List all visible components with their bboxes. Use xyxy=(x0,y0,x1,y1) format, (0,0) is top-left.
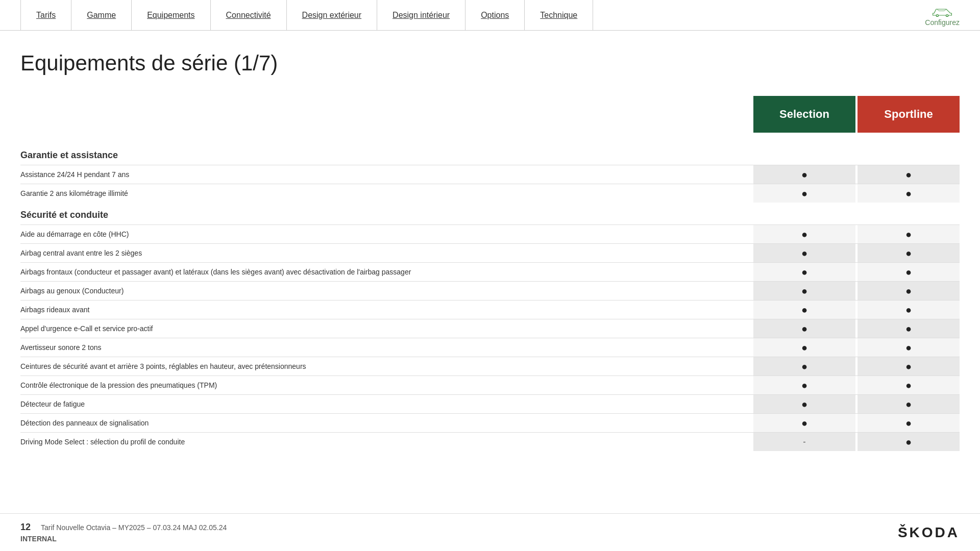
nav-item-design-int[interactable]: Design intérieur xyxy=(377,0,465,31)
table-row: Détection des panneaux de signalisation●… xyxy=(20,413,960,432)
selection-cell: ● xyxy=(753,225,855,243)
dot-icon: ● xyxy=(801,188,807,199)
equipment-table: Garantie et assistanceAssistance 24/24 H… xyxy=(20,143,960,451)
dot-icon: ● xyxy=(801,247,807,259)
footer-left: 12 Tarif Nouvelle Octavia – MY2025 – 07.… xyxy=(20,522,227,543)
table-row: Assistance 24/24 H pendant 7 ans●● xyxy=(20,165,960,184)
table-row: Aide au démarrage en côte (HHC)●● xyxy=(20,224,960,243)
page-footer: 12 Tarif Nouvelle Octavia – MY2025 – 07.… xyxy=(0,513,980,551)
equipment-name: Assistance 24/24 H pendant 7 ans xyxy=(20,167,751,182)
configurez-label: Configurez xyxy=(925,18,960,27)
dot-icon: ● xyxy=(905,266,912,278)
sportline-cell: ● xyxy=(857,357,960,375)
selection-cell: ● xyxy=(753,184,855,203)
selection-cell: ● xyxy=(753,376,855,394)
dot-icon: ● xyxy=(801,304,807,316)
sportline-cell: ● xyxy=(857,263,960,281)
section-header: Sécurité et conduite xyxy=(20,203,960,224)
car-icon xyxy=(932,4,952,18)
nav-item-equipements[interactable]: Equipements xyxy=(132,0,210,31)
svg-point-1 xyxy=(946,14,948,16)
sportline-cell: ● xyxy=(857,338,960,357)
footer-page-number: 12 xyxy=(20,522,31,533)
equipment-name: Contrôle électronique de la pression des… xyxy=(20,378,751,392)
selection-cell: ● xyxy=(753,300,855,319)
nav-item-tarifs[interactable]: Tarifs xyxy=(20,0,71,31)
equipment-name: Airbags rideaux avant xyxy=(20,303,751,317)
dot-icon: ● xyxy=(801,361,807,372)
selection-cell: ● xyxy=(753,395,855,413)
equipment-name: Avertisseur sonore 2 tons xyxy=(20,340,751,355)
table-row: Airbags frontaux (conducteur et passager… xyxy=(20,262,960,281)
selection-cell: ● xyxy=(753,319,855,338)
section-header: Garantie et assistance xyxy=(20,143,960,165)
selection-cell: ● xyxy=(753,282,855,300)
dot-icon: ● xyxy=(801,380,807,391)
dot-icon: ● xyxy=(801,266,807,278)
sportline-cell: ● xyxy=(857,165,960,184)
dot-icon: ● xyxy=(905,169,912,181)
equipment-name: Ceintures de sécurité avant et arrière 3… xyxy=(20,359,751,373)
selection-cell: ● xyxy=(753,244,855,262)
sportline-cell: ● xyxy=(857,225,960,243)
dot-icon: ● xyxy=(905,436,912,448)
dot-icon: ● xyxy=(905,304,912,316)
sportline-header: Sportline xyxy=(857,96,960,133)
nav-item-design-ext[interactable]: Design extérieur xyxy=(287,0,378,31)
table-row: Airbags rideaux avant●● xyxy=(20,300,960,319)
nav-item-technique[interactable]: Technique xyxy=(525,0,593,31)
dash-icon: - xyxy=(803,437,805,446)
equipment-name: Aide au démarrage en côte (HHC) xyxy=(20,227,751,241)
selection-cell: ● xyxy=(753,165,855,184)
column-headers: Selection Sportline xyxy=(20,96,960,133)
sportline-cell: ● xyxy=(857,376,960,394)
svg-point-0 xyxy=(937,14,939,16)
dot-icon: ● xyxy=(801,398,807,410)
dot-icon: ● xyxy=(905,323,912,335)
dot-icon: ● xyxy=(905,342,912,354)
top-navigation: TarifsGammeEquipementsConnectivitéDesign… xyxy=(0,0,980,31)
selection-cell: ● xyxy=(753,357,855,375)
selection-header: Selection xyxy=(753,96,855,133)
selection-cell: - xyxy=(753,433,855,451)
dot-icon: ● xyxy=(905,398,912,410)
sportline-cell: ● xyxy=(857,300,960,319)
dot-icon: ● xyxy=(801,323,807,335)
sportline-cell: ● xyxy=(857,282,960,300)
equipment-name: Airbags frontaux (conducteur et passager… xyxy=(20,265,751,279)
footer-page-info: 12 Tarif Nouvelle Octavia – MY2025 – 07.… xyxy=(20,522,227,533)
table-row: Driving Mode Select : sélection du profi… xyxy=(20,432,960,451)
selection-cell: ● xyxy=(753,414,855,432)
equipment-name: Airbags au genoux (Conducteur) xyxy=(20,284,751,298)
dot-icon: ● xyxy=(905,417,912,429)
equipment-name: Airbag central avant entre les 2 sièges xyxy=(20,246,751,260)
selection-cell: ● xyxy=(753,338,855,357)
footer-internal: INTERNAL xyxy=(20,535,227,543)
dot-icon: ● xyxy=(905,380,912,391)
selection-cell: ● xyxy=(753,263,855,281)
dot-icon: ● xyxy=(905,361,912,372)
nav-item-options[interactable]: Options xyxy=(465,0,525,31)
sportline-cell: ● xyxy=(857,184,960,203)
table-row: Garantie 2 ans kilométrage illimité●● xyxy=(20,184,960,203)
table-row: Airbags au genoux (Conducteur)●● xyxy=(20,281,960,300)
nav-items: TarifsGammeEquipementsConnectivitéDesign… xyxy=(20,0,925,31)
table-row: Airbag central avant entre les 2 sièges●… xyxy=(20,243,960,262)
nav-item-gamme[interactable]: Gamme xyxy=(71,0,132,31)
equipment-name: Driving Mode Select : sélection du profi… xyxy=(20,435,751,449)
page-title: Equipements de série (1/7) xyxy=(20,51,960,76)
nav-item-connectivite[interactable]: Connectivité xyxy=(211,0,287,31)
dot-icon: ● xyxy=(801,229,807,240)
dot-icon: ● xyxy=(801,285,807,297)
dot-icon: ● xyxy=(801,417,807,429)
dot-icon: ● xyxy=(905,285,912,297)
dot-icon: ● xyxy=(801,342,807,354)
dot-icon: ● xyxy=(801,169,807,181)
table-row: Appel d'urgence e-Call et service pro-ac… xyxy=(20,319,960,338)
equipment-name: Appel d'urgence e-Call et service pro-ac… xyxy=(20,321,751,336)
configurez-button[interactable]: Configurez xyxy=(925,4,960,27)
sportline-cell: ● xyxy=(857,244,960,262)
table-row: Ceintures de sécurité avant et arrière 3… xyxy=(20,357,960,375)
main-content: Equipements de série (1/7) Selection Spo… xyxy=(0,31,980,451)
equipment-name: Garantie 2 ans kilométrage illimité xyxy=(20,186,751,201)
